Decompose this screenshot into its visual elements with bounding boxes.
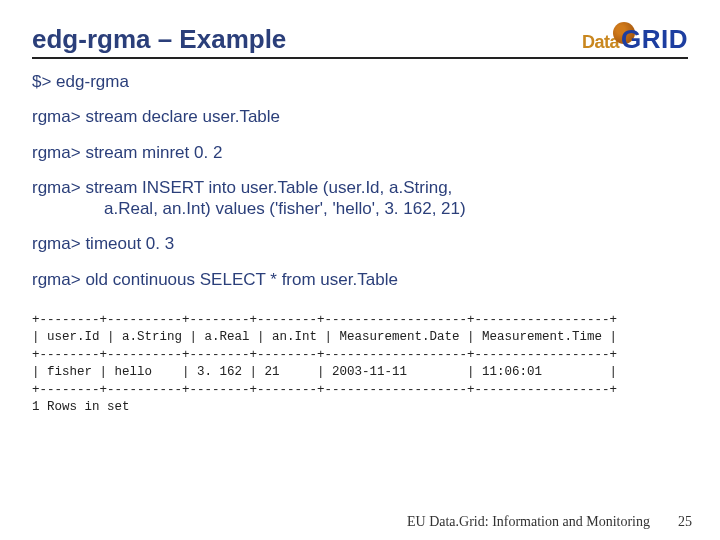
logo-text-grid: GRID xyxy=(621,24,688,54)
table-sep: +--------+----------+--------+--------+-… xyxy=(32,313,617,327)
cmd-text: old continuous SELECT * from user.Table xyxy=(85,270,397,289)
slide-footer: EU Data.Grid: Information and Monitoring… xyxy=(0,514,720,530)
cmd-line-2: rgma> stream minret 0. 2 xyxy=(32,142,688,163)
cmd-line-1: rgma> stream declare user.Table xyxy=(32,106,688,127)
slide: edg-rgma – Example Data GRID $> edg-rgma… xyxy=(0,0,720,540)
cmd-line-5: rgma> old continuous SELECT * from user.… xyxy=(32,269,688,290)
cmd-text: stream INSERT into user.Table (user.Id, … xyxy=(85,178,452,197)
rgma-prompt: rgma> xyxy=(32,234,85,253)
cmd-text: stream declare user.Table xyxy=(85,107,280,126)
cmd-text-cont: a.Real, an.Int) values ('fisher', 'hello… xyxy=(32,198,688,219)
cmd-line-0: $> edg-rgma xyxy=(32,71,688,92)
cmd-text: edg-rgma xyxy=(56,72,129,91)
slide-title: edg-rgma – Example xyxy=(32,24,286,55)
ascii-table: +--------+----------+--------+--------+-… xyxy=(32,312,688,417)
table-footer: 1 Rows in set xyxy=(32,400,130,414)
table-header-row: | user.Id | a.String | a.Real | an.Int |… xyxy=(32,330,617,344)
table-sep: +--------+----------+--------+--------+-… xyxy=(32,348,617,362)
rgma-prompt: rgma> xyxy=(32,107,85,126)
slide-body: $> edg-rgma rgma> stream declare user.Ta… xyxy=(32,71,688,417)
page-number: 25 xyxy=(678,514,692,530)
cmd-line-3: rgma> stream INSERT into user.Table (use… xyxy=(32,177,688,220)
cmd-text: timeout 0. 3 xyxy=(85,234,174,253)
footer-text: EU Data.Grid: Information and Monitoring xyxy=(407,514,650,530)
cmd-text: stream minret 0. 2 xyxy=(85,143,222,162)
logo-grid-wrap: GRID xyxy=(621,24,688,55)
slide-header: edg-rgma – Example Data GRID xyxy=(32,24,688,59)
table-sep: +--------+----------+--------+--------+-… xyxy=(32,383,617,397)
rgma-prompt: rgma> xyxy=(32,143,85,162)
shell-prompt: $> xyxy=(32,72,56,91)
rgma-prompt: rgma> xyxy=(32,270,85,289)
table-row: | fisher | hello | 3. 162 | 21 | 2003-11… xyxy=(32,365,617,379)
cmd-line-4: rgma> timeout 0. 3 xyxy=(32,233,688,254)
datagrid-logo: Data GRID xyxy=(582,24,688,55)
rgma-prompt: rgma> xyxy=(32,178,85,197)
